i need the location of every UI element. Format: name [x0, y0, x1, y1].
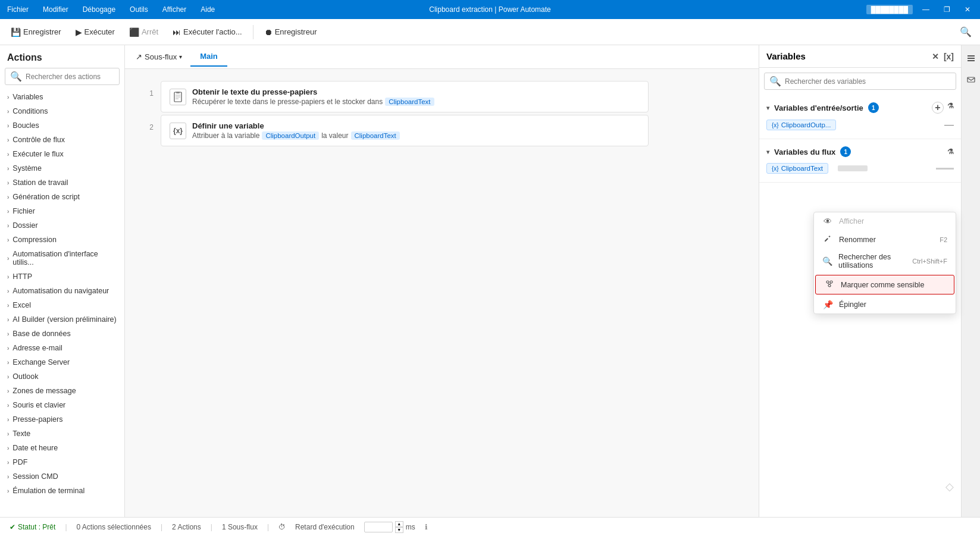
app-title: Clipboard extraction | Power Automate — [429, 5, 551, 14]
expand-panel-button[interactable]: [x] — [944, 52, 954, 61]
filter-icon[interactable]: ⚗ — [947, 102, 954, 114]
context-menu-afficher[interactable]: 👁 Afficher — [814, 212, 956, 230]
eye-icon: 👁 — [822, 217, 833, 226]
sidebar-item-fichier[interactable]: › Fichier — [0, 204, 124, 218]
sidebar-item-executer-flux[interactable]: › Exécuter le flux — [0, 147, 124, 161]
side-icon-layers[interactable] — [963, 50, 979, 67]
sidebar-search-input[interactable] — [26, 73, 114, 81]
chevron-right-icon: › — [7, 402, 9, 409]
menu-fichier[interactable]: Fichier — [5, 4, 31, 15]
sidebar-item-controle-flux[interactable]: › Contrôle de flux — [0, 133, 124, 147]
maximize-button[interactable]: ❐ — [939, 0, 955, 19]
sidebar-item-station-travail[interactable]: › Station de travail — [0, 175, 124, 190]
sidebar-item-conditions[interactable]: › Conditions — [0, 104, 124, 118]
sidebar-item-session-cmd[interactable]: › Session CMD — [0, 469, 124, 484]
filter-flow-icon[interactable]: ⚗ — [947, 148, 954, 156]
side-icon-mail[interactable] — [963, 71, 979, 88]
var-item-ellipsis[interactable]: — — [944, 120, 954, 130]
toolbar-search-button[interactable]: 🔍 — [956, 23, 975, 42]
sidebar-item-dossier[interactable]: › Dossier — [0, 218, 124, 233]
search-usage-icon: 🔍 — [822, 256, 832, 266]
var-section-io-header: ▾ Variables d'entrée/sortie 1 + ⚗ — [759, 99, 961, 116]
sidebar-item-variables[interactable]: › Variables — [0, 90, 124, 104]
flow-step-1: 1 Obtenir le texte du presse-papiers — [137, 81, 747, 112]
diamond-icon: ◇ — [945, 480, 954, 493]
menu-debogage[interactable]: Débogage — [80, 4, 118, 15]
sidebar-item-presse-papiers[interactable]: › Presse-papiers — [0, 412, 124, 427]
sidebar-item-souris-clavier[interactable]: › Souris et clavier — [0, 398, 124, 412]
delay-input-group[interactable]: 100 ▲ ▼ ms — [364, 521, 415, 533]
context-menu: 👁 Afficher Renommer F2 🔍 Rechercher des … — [813, 212, 956, 314]
step-title-1: Obtenir le texte du presse-papiers — [192, 87, 640, 96]
delay-down-button[interactable]: ▼ — [395, 527, 403, 533]
left-sidebar: Actions 🔍 › Variables › Conditions › Bou… — [0, 45, 125, 517]
sidebar-item-boucles[interactable]: › Boucles — [0, 118, 124, 133]
run-button[interactable]: ▶ Exécuter — [70, 25, 121, 39]
step-desc-1: Récupérer le texte dans le presse-papier… — [192, 98, 640, 106]
sidebar-item-compression[interactable]: › Compression — [0, 233, 124, 247]
context-menu-epingler[interactable]: 📌 Épingler — [814, 296, 956, 314]
shortcut-ctrl-shift-f: Ctrl+Shift+F — [912, 258, 947, 265]
menu-aide[interactable]: Aide — [198, 4, 217, 15]
context-menu-renommer[interactable]: Renommer F2 — [814, 230, 956, 249]
sidebar-item-http[interactable]: › HTTP — [0, 269, 124, 284]
sidebar-item-zones-message[interactable]: › Zones de message — [0, 384, 124, 398]
context-menu-rechercher[interactable]: 🔍 Rechercher des utilisations Ctrl+Shift… — [814, 249, 956, 274]
center-content: ↗ Sous-flux ▾ Main 1 — [125, 45, 759, 517]
minimize-button[interactable]: — — [918, 0, 934, 19]
delay-spinner[interactable]: ▲ ▼ — [395, 521, 403, 533]
chevron-right-icon: › — [7, 374, 9, 380]
svg-line-8 — [828, 283, 829, 284]
delay-up-button[interactable]: ▲ — [395, 521, 403, 527]
delay-value-input[interactable]: 100 — [364, 522, 393, 532]
delay-label: Retard d'exécution — [295, 523, 355, 531]
add-variable-icon[interactable]: + — [932, 102, 944, 114]
close-panel-button[interactable]: ✕ — [932, 52, 939, 61]
context-menu-sensible[interactable]: Marquer comme sensible — [815, 275, 954, 294]
chevron-down-icon: ▾ — [766, 149, 769, 155]
chevron-right-icon: › — [7, 459, 9, 466]
var-badge-clipboard-output: {x} ClipboardOutp... — [766, 120, 836, 130]
main-layout: Actions 🔍 › Variables › Conditions › Bou… — [0, 45, 980, 517]
sidebar-item-adresse-email[interactable]: › Adresse e-mail — [0, 341, 124, 355]
variables-search-input[interactable] — [785, 77, 951, 86]
sidebar-item-ai-builder[interactable]: › AI Builder (version préliminaire) — [0, 312, 124, 327]
sidebar-item-exchange-server[interactable]: › Exchange Server — [0, 355, 124, 369]
chevron-right-icon: › — [7, 359, 9, 366]
close-button[interactable]: ✕ — [960, 0, 975, 19]
step-card-1[interactable]: Obtenir le texte du presse-papiers Récup… — [161, 81, 649, 112]
save-button[interactable]: 💾 Enregistrer — [5, 25, 67, 39]
chevron-down-icon: ▾ — [179, 54, 182, 60]
sidebar-item-base-donnees[interactable]: › Base de données — [0, 327, 124, 341]
sidebar-item-auto-navigateur[interactable]: › Automatisation du navigateur — [0, 284, 124, 298]
sidebar-item-date-heure[interactable]: › Date et heure — [0, 441, 124, 455]
var-badge-clipboard-text: {x} ClipboardText — [766, 163, 828, 174]
check-icon: ✔ — [10, 523, 15, 531]
sidebar-item-texte[interactable]: › Texte — [0, 427, 124, 441]
stop-button[interactable]: ⬛ Arrêt — [123, 25, 164, 39]
run-action-button[interactable]: ⏭ Exécuter l'actio... — [167, 25, 248, 39]
sidebar-item-pdf[interactable]: › PDF — [0, 455, 124, 469]
tab-main[interactable]: Main — [190, 47, 227, 67]
window-controls: ████████ — ❐ ✕ — [866, 0, 975, 19]
sidebar-item-generation-script[interactable]: › Génération de script — [0, 190, 124, 204]
step-number-1: 1 — [137, 81, 154, 98]
sidebar-item-systeme[interactable]: › Système — [0, 161, 124, 175]
step-card-2[interactable]: {x} Définir une variable Attribuer à la … — [161, 115, 649, 146]
sidebar-item-outlook[interactable]: › Outlook — [0, 369, 124, 384]
recorder-button[interactable]: ⏺ Enregistreur — [258, 25, 323, 39]
menu-bar: Fichier Modifier Débogage Outils Affiche… — [5, 4, 217, 15]
menu-outils[interactable]: Outils — [127, 4, 151, 15]
menu-modifier[interactable]: Modifier — [40, 4, 71, 15]
sidebar-item-auto-interface[interactable]: › Automatisation d'interface utilis... — [0, 247, 124, 269]
tab-subflow[interactable]: ↗ Sous-flux ▾ — [130, 50, 188, 64]
var-io-section-icons: + ⚗ — [932, 102, 954, 114]
info-icon[interactable]: ℹ — [425, 523, 428, 531]
chevron-right-icon: › — [7, 180, 9, 186]
sidebar-search-box[interactable]: 🔍 — [5, 68, 120, 85]
sidebar-item-excel[interactable]: › Excel — [0, 298, 124, 312]
sidebar-item-emulation-terminal[interactable]: › Émulation de terminal — [0, 484, 124, 498]
menu-afficher[interactable]: Afficher — [160, 4, 189, 15]
variables-search-box[interactable]: 🔍 — [764, 73, 956, 90]
chevron-right-icon: › — [7, 488, 9, 494]
